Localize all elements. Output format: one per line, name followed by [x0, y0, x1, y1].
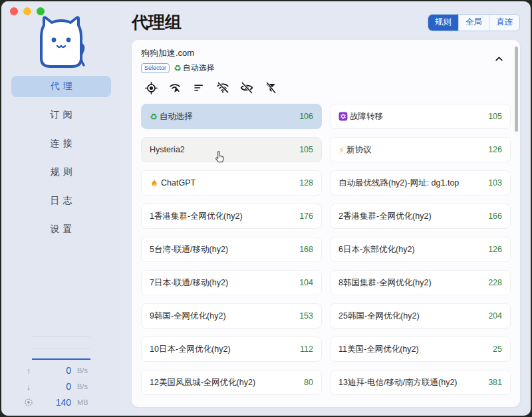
upload-unit: B/s	[77, 366, 100, 374]
main-header: 代理组 规则全局直连	[121, 1, 531, 39]
group-info: 狗狗加速.com Selector ♻ 自动选择	[141, 47, 215, 74]
proxy-tile[interactable]: ⚡新协议126	[330, 137, 511, 162]
proxy-tile[interactable]: 1香港集群-全网优化(hy2)176	[141, 204, 322, 229]
proxy-tile[interactable]: 8韩国集群-全网优化(hy2)228	[330, 270, 511, 295]
proxy-tile[interactable]: 2香港集群-全网优化(hy2)166	[330, 204, 511, 229]
proxy-name: 6日本-东部优化(hy2)	[338, 244, 415, 255]
proxy-name: ♻自动选择	[150, 111, 193, 122]
scrollbar-thumb[interactable]	[515, 47, 518, 132]
stat-row-total-traffic: 140MB	[23, 394, 100, 410]
proxy-tile[interactable]: 12美国凤凰城-全网优化(hy2)80	[141, 370, 322, 395]
proxy-latency: 126	[488, 145, 502, 154]
group-name: 狗狗加速.com	[141, 47, 215, 59]
proxy-name: 9韩国-全网优化(hy2)	[150, 311, 226, 322]
outbound-mode-switch: 规则全局直连	[428, 14, 520, 31]
proxy-latency: 25	[493, 345, 502, 354]
traffic-stats: ↑0B/s↓0B/s140MB	[23, 362, 100, 410]
proxy-tile[interactable]: 25韩国-全网优化(hy2)204	[330, 303, 511, 329]
proxy-tile[interactable]: 自动最优线路(hy2)-网址: dg1.top103	[330, 170, 511, 196]
locate-icon[interactable]	[144, 80, 158, 95]
proxy-tile[interactable]: 9韩国-全网优化(hy2)153	[141, 303, 322, 329]
proxy-tile[interactable]: Hysteria2105	[141, 137, 322, 162]
stat-row-download: ↓0B/s	[23, 378, 100, 394]
group-header[interactable]: 狗狗加速.com Selector ♻ 自动选择	[141, 47, 511, 74]
bolt-icon: ⚡	[338, 146, 344, 154]
proxy-tile[interactable]: 13迪拜-电信/移动/南方联通(hy2)381	[330, 370, 511, 395]
minimize-window-button[interactable]	[23, 7, 31, 15]
proxy-name: 5台湾-联通/移动(hy2)	[150, 244, 228, 255]
proxy-tile[interactable]: 10日本-全网优化(hy2)112	[141, 337, 322, 362]
proxy-latency: 105	[299, 145, 313, 154]
proxy-tile[interactable]: ChatGPT128	[141, 170, 322, 196]
proxy-latency: 128	[299, 178, 313, 188]
proxy-name: 7日本-联通/移动(hy2)	[150, 277, 228, 289]
sidebar-item-settings[interactable]: 设置	[11, 219, 111, 240]
proxy-tile[interactable]: 11美国-全网优化(hy2)25	[330, 337, 511, 362]
group-toolbar	[144, 80, 511, 95]
proxy-latency: 381	[488, 378, 502, 387]
proxy-latency: 204	[488, 311, 502, 321]
proxy-latency: 126	[488, 245, 502, 254]
mode-direct-button[interactable]: 直连	[489, 15, 519, 31]
proxy-latency: 103	[488, 178, 502, 188]
proxy-name: 1香港集群-全网优化(hy2)	[150, 211, 243, 222]
sidebar-item-proxies[interactable]: 代理	[11, 76, 111, 97]
zoom-window-button[interactable]	[37, 7, 45, 15]
total-traffic-unit: MB	[77, 398, 100, 406]
sidebar-item-connections[interactable]: 连接	[11, 133, 111, 154]
close-window-button[interactable]	[10, 7, 18, 15]
proxy-latency: 104	[299, 278, 313, 287]
sort-icon[interactable]	[192, 80, 206, 95]
wifi-off-icon[interactable]	[215, 80, 230, 95]
sidebar-item-logs[interactable]: 日志	[11, 190, 111, 211]
proxy-tile[interactable]: ♻自动选择106	[141, 104, 322, 129]
proxy-latency: 166	[488, 211, 502, 221]
chevron-up-icon	[494, 54, 504, 64]
proxy-name: 2香港集群-全网优化(hy2)	[338, 211, 432, 222]
proxy-name: 12美国凤凰城-全网优化(hy2)	[150, 377, 255, 388]
circle-dot-icon	[23, 398, 35, 407]
proxy-latency: 168	[299, 245, 313, 254]
recycle-icon: ♻	[174, 64, 182, 72]
proxy-latency: 105	[488, 112, 502, 121]
proxy-latency: 112	[300, 345, 313, 354]
mode-global-button[interactable]: 全局	[458, 15, 489, 31]
proxy-tile[interactable]: 故障转移105	[330, 104, 511, 129]
proxy-name: 25韩国-全网优化(hy2)	[338, 311, 420, 322]
page-title: 代理组	[132, 11, 182, 33]
download-value: 0	[41, 381, 71, 392]
proxy-latency: 80	[304, 378, 313, 387]
proxy-latency: 228	[488, 278, 502, 287]
proxy-grid: ♻自动选择106故障转移105Hysteria2105⚡新协议126ChatGP…	[141, 104, 511, 395]
group-subline: Selector ♻ 自动选择	[141, 63, 215, 74]
sidebar-item-rules[interactable]: 规则	[11, 162, 111, 183]
stat-row-upload: ↑0B/s	[23, 362, 100, 378]
proxy-tile[interactable]: 5台湾-联通/移动(hy2)168	[141, 237, 322, 262]
mode-rule-button[interactable]: 规则	[428, 15, 458, 31]
speed-test-icon[interactable]	[168, 80, 182, 95]
sparkline-gridline	[32, 348, 90, 348]
proxy-tile[interactable]: 6日本-东部优化(hy2)126	[330, 237, 511, 262]
proxy-name: 故障转移	[338, 111, 383, 122]
eye-off-icon[interactable]	[239, 80, 254, 95]
group-current-node: ♻ 自动选择	[174, 63, 215, 74]
total-traffic-value: 140	[41, 397, 71, 408]
traffic-sparkline	[32, 336, 90, 360]
proxy-name: 10日本-全网优化(hy2)	[150, 344, 231, 355]
group-type-badge: Selector	[141, 63, 170, 73]
sidebar-menu: 代理订阅连接规则日志设置	[1, 76, 121, 240]
star-badge-icon	[338, 112, 348, 121]
traffic-lights	[10, 7, 45, 15]
download-unit: B/s	[77, 382, 100, 390]
sparkline-gridline	[32, 336, 90, 337]
sidebar-item-subscriptions[interactable]: 订阅	[11, 104, 111, 126]
proxy-tile[interactable]: 7日本-联通/移动(hy2)104	[141, 270, 322, 295]
collapse-button[interactable]	[494, 54, 504, 64]
arrow-up-icon: ↑	[23, 366, 35, 376]
filter-off-icon[interactable]	[263, 80, 278, 95]
proxy-latency: 176	[299, 211, 313, 221]
flame-icon	[150, 178, 159, 188]
proxy-name: 13迪拜-电信/移动/南方联通(hy2)	[338, 377, 458, 388]
proxy-latency: 153	[299, 311, 313, 321]
upload-value: 0	[41, 365, 71, 376]
